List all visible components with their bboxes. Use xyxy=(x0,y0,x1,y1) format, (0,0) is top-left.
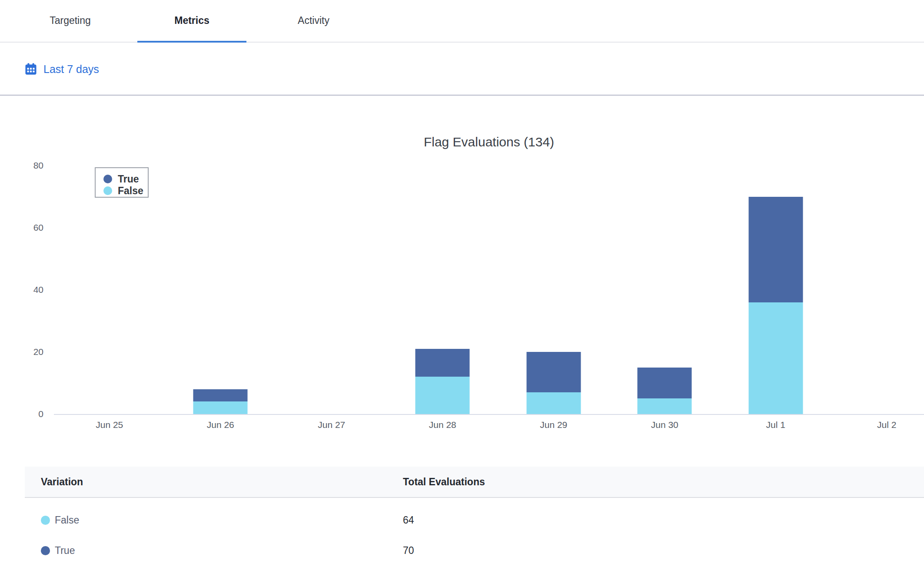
bar-slot-jul-2 xyxy=(831,166,924,414)
x-tick-jul-2: Jul 2 xyxy=(831,419,924,431)
x-tick-jul-1: Jul 1 xyxy=(720,419,831,431)
date-range-label: Last 7 days xyxy=(43,63,99,76)
bar-slot-jun-28 xyxy=(387,166,499,414)
date-range-picker[interactable]: Last 7 days xyxy=(24,62,99,76)
y-tick-20: 20 xyxy=(0,346,43,358)
bar-segment-true-jun-29[interactable] xyxy=(526,352,581,392)
variation-swatch-true xyxy=(41,546,50,555)
bar-segment-true-jun-28[interactable] xyxy=(415,349,470,377)
variation-label-false: False xyxy=(55,514,79,526)
total-evaluations-false: 64 xyxy=(403,505,414,535)
table-row-true: True70 xyxy=(25,535,924,566)
bar-slot-jun-25 xyxy=(54,166,165,414)
x-tick-jun-27: Jun 27 xyxy=(276,419,387,431)
bar-segment-false-jun-30[interactable] xyxy=(638,398,692,414)
x-tick-jun-28: Jun 28 xyxy=(387,419,499,431)
bar-slot-jul-1 xyxy=(720,166,831,414)
bar-segment-false-jun-28[interactable] xyxy=(415,377,470,414)
variation-cell-true: True xyxy=(41,535,75,566)
total-evaluations-true: 70 xyxy=(403,535,414,566)
variation-cell-false: False xyxy=(41,505,79,535)
y-tick-80: 80 xyxy=(0,160,43,171)
bar-slot-jun-26 xyxy=(165,166,276,414)
x-axis-labels: Jun 25Jun 26Jun 27Jun 28Jun 29Jun 30Jul … xyxy=(54,419,924,431)
table-header: Variation Total Evaluations xyxy=(25,467,924,498)
variation-swatch-false xyxy=(41,516,50,525)
y-tick-60: 60 xyxy=(0,222,43,233)
x-tick-jun-26: Jun 26 xyxy=(165,419,276,431)
bar-segment-false-jun-29[interactable] xyxy=(526,392,581,414)
tab-targeting[interactable]: Targeting xyxy=(16,0,125,43)
table-row-false: False64 xyxy=(25,505,924,535)
bar-slot-jun-27 xyxy=(276,166,387,414)
x-tick-jun-29: Jun 29 xyxy=(498,419,609,431)
bar-segment-false-jun-26[interactable] xyxy=(193,401,248,414)
bar-segment-true-jul-1[interactable] xyxy=(748,197,803,302)
x-axis-line xyxy=(54,414,924,415)
chart-title: Flag Evaluations (134) xyxy=(54,135,924,149)
bar-jun-28 xyxy=(415,349,470,414)
flag-metrics-page: TargetingMetricsActivity Last 7 days Fla… xyxy=(0,0,924,570)
variation-label-true: True xyxy=(55,545,75,557)
date-range-row: Last 7 days xyxy=(0,43,924,96)
x-tick-jun-30: Jun 30 xyxy=(609,419,721,431)
bar-jun-29 xyxy=(526,352,581,414)
bar-slot-jun-29 xyxy=(498,166,609,414)
bar-jun-26 xyxy=(193,389,248,414)
bar-slot-jun-30 xyxy=(609,166,721,414)
bar-segment-false-jul-1[interactable] xyxy=(748,302,803,414)
y-tick-40: 40 xyxy=(0,284,43,295)
calendar-icon xyxy=(24,62,38,76)
tab-metrics[interactable]: Metrics xyxy=(137,0,246,43)
bar-segment-true-jun-26[interactable] xyxy=(193,389,248,402)
chart-plot-area xyxy=(54,166,924,414)
bar-jul-1 xyxy=(748,197,803,414)
bar-segment-true-jun-30[interactable] xyxy=(638,368,692,399)
y-tick-0: 0 xyxy=(0,408,43,420)
bar-jun-30 xyxy=(638,368,692,414)
tab-bar: TargetingMetricsActivity xyxy=(0,0,924,43)
x-tick-jun-25: Jun 25 xyxy=(54,419,165,431)
tab-activity[interactable]: Activity xyxy=(259,0,368,43)
table-header-variation: Variation xyxy=(41,467,83,497)
bar-series-container xyxy=(54,166,924,414)
table-header-total: Total Evaluations xyxy=(403,467,485,497)
